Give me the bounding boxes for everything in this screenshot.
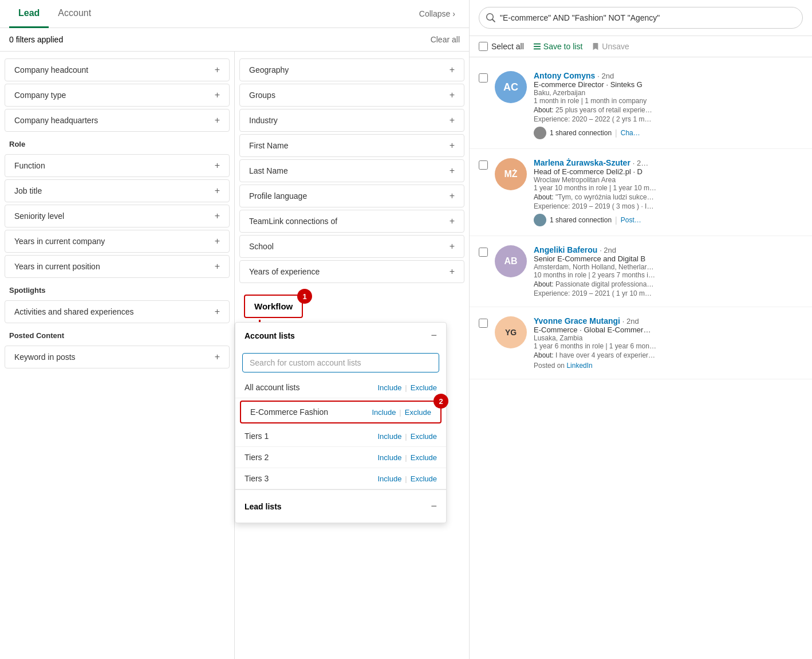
- tiers1-item[interactable]: Tiers 1 Include | Exclude: [235, 426, 446, 447]
- tiers1-label: Tiers 1: [245, 432, 269, 441]
- save-to-list-button[interactable]: Save to list: [533, 42, 582, 51]
- result-degree-3: · 2nd: [600, 246, 616, 254]
- filter-last-name[interactable]: Last Name +: [239, 159, 464, 182]
- include-tiers1-link[interactable]: Include: [377, 432, 401, 441]
- result-name-4[interactable]: Yvonne Grace Mutangi: [534, 316, 620, 325]
- include-tiers2-link[interactable]: Include: [377, 453, 401, 462]
- chat-button-2[interactable]: Post…: [621, 216, 641, 224]
- shared-avatar-1: [534, 127, 546, 139]
- result-degree-1: · 2nd: [597, 72, 614, 80]
- result-location-4: Lusaka, Zambia: [534, 334, 803, 342]
- svg-rect-2: [534, 49, 541, 50]
- filter-teamlink[interactable]: TeamLink connections of +: [239, 210, 464, 233]
- filter-years-experience[interactable]: Years of experience +: [239, 260, 464, 283]
- include-all-link[interactable]: Include: [377, 383, 401, 392]
- exclude-tiers2-link[interactable]: Exclude: [411, 453, 437, 462]
- all-account-lists-item[interactable]: All account lists Include | Exclude: [235, 377, 446, 398]
- shared-avatar-2: [534, 214, 546, 226]
- result-title-2: Head of E-commerce Deli2.pl · D: [534, 167, 803, 176]
- linkedin-link-4[interactable]: LinkedIn: [566, 362, 592, 370]
- select-all-label: Select all: [491, 42, 524, 51]
- select-all-checkbox[interactable]: [479, 42, 488, 51]
- filter-bar: 0 filters applied Clear all: [0, 28, 469, 52]
- filter-company-hq[interactable]: Company headquarters +: [5, 109, 230, 132]
- collapse-button[interactable]: Collapse ›: [415, 5, 460, 23]
- result-exp-1: Experience: 2020 – 2022 ( 2 yrs 1 m…: [534, 115, 803, 123]
- result-checkbox-2: [479, 160, 488, 171]
- result-tenure-3: 10 months in role | 2 years 7 months i…: [534, 271, 803, 279]
- filter-function[interactable]: Function +: [5, 154, 230, 177]
- filter-seniority[interactable]: Seniority level +: [5, 205, 230, 227]
- all-account-lists-actions: Include | Exclude: [377, 383, 437, 392]
- tiers3-item[interactable]: Tiers 3 Include | Exclude: [235, 468, 446, 489]
- filter-activities[interactable]: Activities and shared experiences +: [5, 300, 230, 323]
- result-item: YG Yvonne Grace Mutangi · 2nd E-Commerce…: [470, 307, 812, 379]
- clear-all-button[interactable]: Clear all: [431, 35, 460, 44]
- result-name-3[interactable]: Angeliki Baferou: [534, 245, 597, 254]
- plus-icon-profile-language: +: [450, 191, 455, 201]
- exclude-all-link[interactable]: Exclude: [411, 383, 437, 392]
- filter-label-teamlink: TeamLink connections of: [249, 217, 337, 226]
- shared-text-2: 1 shared connection: [550, 216, 612, 224]
- result-check-2[interactable]: [479, 160, 488, 170]
- account-lists-header: Account lists −: [235, 323, 446, 348]
- filter-label-geography: Geography: [249, 65, 289, 74]
- include-fashion-link[interactable]: Include: [372, 408, 396, 417]
- exclude-fashion-link[interactable]: Exclude: [405, 408, 431, 417]
- filter-company-type[interactable]: Company type +: [5, 84, 230, 107]
- shared-text-1: 1 shared connection: [550, 129, 612, 137]
- lead-lists-header: Lead lists −: [235, 495, 446, 518]
- filter-years-position[interactable]: Years in current position +: [5, 255, 230, 278]
- result-info-3: Angeliki Baferou · 2nd Senior E-Commerce…: [534, 245, 803, 297]
- filter-geography[interactable]: Geography +: [239, 58, 464, 81]
- tab-account[interactable]: Account: [49, 0, 100, 28]
- result-name-1[interactable]: Antony Comyns: [534, 71, 595, 80]
- filter-profile-language[interactable]: Profile language +: [239, 185, 464, 207]
- filter-first-name[interactable]: First Name +: [239, 134, 464, 157]
- result-item: AB Angeliki Baferou · 2nd Senior E-Comme…: [470, 236, 812, 307]
- avatar-1: AC: [495, 71, 527, 103]
- chat-button-1[interactable]: Cha…: [621, 129, 640, 137]
- tiers1-actions: Include | Exclude: [377, 432, 437, 441]
- sep2: |: [399, 408, 401, 417]
- expand-lead-lists-icon[interactable]: −: [431, 500, 437, 512]
- result-check-3[interactable]: [479, 248, 488, 257]
- ecommerce-fashion-item[interactable]: E-Commerce Fashion Include | Exclude: [241, 402, 440, 422]
- collapse-section-icon[interactable]: −: [431, 330, 437, 342]
- plus-icon-teamlink: +: [450, 216, 455, 226]
- exclude-tiers1-link[interactable]: Exclude: [411, 432, 437, 441]
- search-input[interactable]: [479, 7, 803, 29]
- tiers3-label: Tiers 3: [245, 474, 269, 483]
- search-account-lists-input[interactable]: [242, 353, 439, 372]
- exclude-tiers3-link[interactable]: Exclude: [411, 474, 437, 483]
- result-about-1: About: 25 plus years of retail experie…: [534, 106, 803, 114]
- unsave-button[interactable]: Unsave: [592, 42, 629, 51]
- save-to-list-label: Save to list: [543, 42, 582, 51]
- posted-content-section-label: Posted Content: [0, 325, 234, 343]
- filter-label-school: School: [249, 242, 274, 251]
- filter-label-years-experience: Years of experience: [249, 267, 320, 276]
- filter-industry[interactable]: Industry +: [239, 109, 464, 132]
- posted-on-linkedin-4: Posted on LinkedIn: [534, 362, 803, 370]
- workflow-badge[interactable]: Workflow: [244, 295, 303, 318]
- result-checkbox-3: [479, 248, 488, 258]
- chevron-right-icon: ›: [452, 9, 455, 18]
- lead-lists-title: Lead lists: [245, 502, 282, 511]
- tab-lead[interactable]: Lead: [9, 0, 49, 28]
- include-tiers3-link[interactable]: Include: [377, 474, 401, 483]
- filter-years-company[interactable]: Years in current company +: [5, 230, 230, 253]
- filter-job-title[interactable]: Job title +: [5, 179, 230, 202]
- filter-col-right: Geography + Groups + Industry + First Na…: [235, 52, 469, 659]
- filter-groups[interactable]: Groups +: [239, 84, 464, 107]
- tiers2-item[interactable]: Tiers 2 Include | Exclude: [235, 447, 446, 468]
- filter-school[interactable]: School +: [239, 235, 464, 258]
- result-tenure-4: 1 year 6 months in role | 1 year 6 mon…: [534, 342, 803, 350]
- result-name-2[interactable]: Marlena Żurawska-Szuter: [534, 158, 630, 167]
- result-degree-2: · 2…: [633, 159, 648, 167]
- filter-company-headcount[interactable]: Company headcount +: [5, 58, 230, 81]
- result-check-4[interactable]: [479, 319, 488, 328]
- filter-label-years-position: Years in current position: [14, 262, 100, 271]
- filter-keyword-posts[interactable]: Keyword in posts +: [5, 346, 230, 368]
- result-info-1: Antony Comyns · 2nd E-commerce Director …: [534, 71, 803, 139]
- result-check-1[interactable]: [479, 73, 488, 83]
